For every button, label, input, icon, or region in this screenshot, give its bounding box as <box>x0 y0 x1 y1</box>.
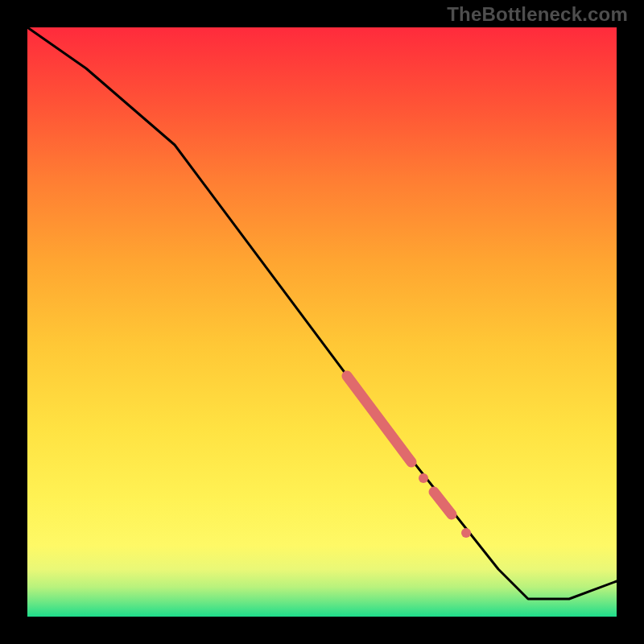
highlight-segment-1 <box>347 376 411 462</box>
highlight-dot-1 <box>419 473 428 483</box>
chart-root: TheBottleneck.com <box>0 0 644 644</box>
curve-svg <box>27 27 617 617</box>
plot-area <box>27 27 617 617</box>
highlight-dot-2 <box>461 528 471 538</box>
bottleneck-curve-line <box>27 27 617 599</box>
watermark-text: TheBottleneck.com <box>447 3 628 26</box>
highlight-segment-2 <box>434 492 452 514</box>
